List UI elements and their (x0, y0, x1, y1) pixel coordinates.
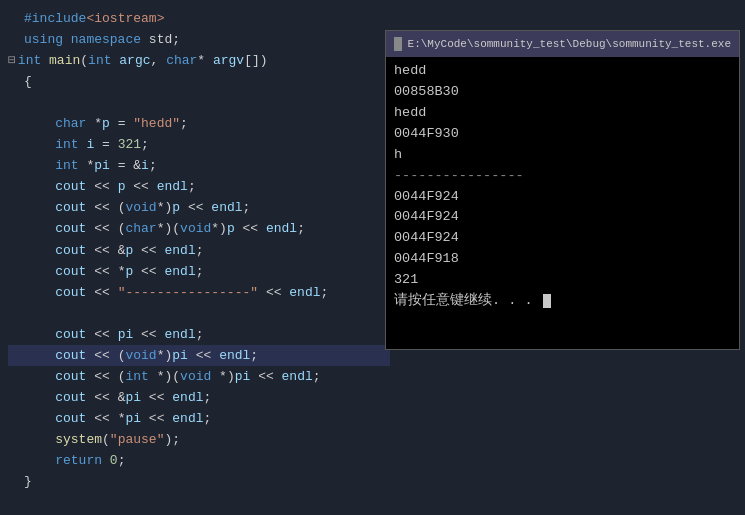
console-line: 请按任意键继续. . . (394, 291, 731, 312)
console-line: 0044F924 (394, 187, 731, 208)
console-line: 0044F924 (394, 207, 731, 228)
code-line: int i = 321; (8, 134, 390, 155)
console-cursor (543, 294, 551, 308)
code-line: system("pause"); (8, 429, 390, 450)
code-line: using namespace std; (8, 29, 390, 50)
console-title: E:\MyCode\sommunity_test\Debug\sommunity… (408, 38, 731, 50)
code-editor: #include<iostream>using namespace std;⊟i… (0, 0, 390, 515)
code-line: cout << *pi << endl; (8, 408, 390, 429)
code-line: cout << pi << endl; (8, 324, 390, 345)
console-app-icon (394, 37, 402, 51)
code-line: cout << (void*)p << endl; (8, 197, 390, 218)
code-line (8, 92, 390, 113)
code-line: cout << (void*)pi << endl; (8, 345, 390, 366)
console-line: hedd (394, 61, 731, 82)
code-line: cout << &p << endl; (8, 240, 390, 261)
console-line: 00858B30 (394, 82, 731, 103)
code-line: ⊟int main(int argc, char* argv[]) (8, 50, 390, 71)
console-line: hedd (394, 103, 731, 124)
code-line: { (8, 71, 390, 92)
console-output: hedd00858B30hedd0044F930h---------------… (386, 57, 739, 349)
code-line: cout << *p << endl; (8, 261, 390, 282)
console-line: 321 (394, 270, 731, 291)
code-line: cout << (char*)(void*)p << endl; (8, 218, 390, 239)
console-line: 0044F924 (394, 228, 731, 249)
code-line: int *pi = &i; (8, 155, 390, 176)
code-line (8, 303, 390, 324)
console-line: 0044F918 (394, 249, 731, 270)
code-line: cout << "----------------" << endl; (8, 282, 390, 303)
code-line: cout << &pi << endl; (8, 387, 390, 408)
code-line: #include<iostream> (8, 8, 390, 29)
code-line: cout << (int *)(void *)pi << endl; (8, 366, 390, 387)
code-line: } (8, 471, 390, 492)
code-line: char *p = "hedd"; (8, 113, 390, 134)
console-titlebar: E:\MyCode\sommunity_test\Debug\sommunity… (386, 31, 739, 57)
code-line: return 0; (8, 450, 390, 471)
code-line: cout << p << endl; (8, 176, 390, 197)
console-line: ---------------- (394, 166, 731, 187)
console-line: h (394, 145, 731, 166)
console-window: E:\MyCode\sommunity_test\Debug\sommunity… (385, 30, 740, 350)
console-line: 0044F930 (394, 124, 731, 145)
